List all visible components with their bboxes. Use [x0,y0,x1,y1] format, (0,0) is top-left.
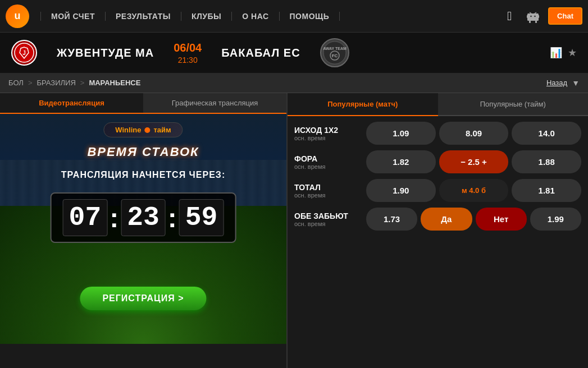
winline-dot [144,127,150,133]
svg-point-4 [530,15,531,16]
countdown-sep-2: : [166,203,179,233]
odds-row-iskhod: ИСХОД 1X2 осн. время 1.09 8.09 14.0 [294,122,581,145]
winline-suffix: тайм [153,126,171,134]
svg-rect-0 [529,21,531,23]
vremya-stavok-text: ВРЕМЯ СТАВОК [87,145,199,159]
svg-rect-1 [535,21,537,23]
video-area: Winline тайм ВРЕМЯ СТАВОК ТРАНСЛЯЦИЯ НАЧ… [0,114,286,344]
odds-label-fora-main: ФОРА [294,154,362,163]
odds-label-obe: ОБЕ ЗАБЬЮТ осн. время [294,211,362,227]
odds-label-iskhod-sub: осн. время [294,135,362,141]
countdown-block: 07 : 23 : 59 [51,192,236,243]
team-right-name: БАКАБАЛ ЕС [221,47,300,59]
odds-row-total: ТОТАЛ осн. время 1.90 м 4.0 б 1.81 [294,179,581,202]
odds-row-fora: ФОРА осн. время 1.82 − 2.5 + 1.88 [294,150,581,173]
tab-video[interactable]: Видеотрансляция [0,93,143,114]
svg-rect-3 [538,15,539,18]
odds-btn-fora-2[interactable]: 1.88 [512,150,581,173]
odds-btn-total-b[interactable]: 1.81 [512,179,581,202]
team-left-logo: J [11,40,37,66]
odds-row-obe: ОБЕ ЗАБЬЮТ осн. время 1.73 Да Нет 1.99 [294,208,581,231]
left-tabs-bar: Видеотрансляция Графическая трансляция [0,93,286,114]
svg-text:FC: FC [331,53,338,58]
odds-btn-total-center[interactable]: м 4.0 б [439,179,509,202]
svg-point-8 [323,42,346,64]
breadcrumb: БОЛ > БРАЗИЛИЯ > МАРАНЬЕНСЕ Назад ▼ [0,73,588,93]
odds-btn-fora-1[interactable]: 1.82 [366,150,436,173]
main-content: Видеотрансляция Графическая трансляция W… [0,93,588,368]
chevron-down-icon[interactable]: ▼ [572,79,580,88]
back-button[interactable]: Назад [546,79,567,87]
svg-rect-2 [527,15,528,18]
nav-help[interactable]: ПОМОЩЬ [280,12,340,21]
apple-icon[interactable]:  [501,8,518,25]
odds-buttons-obe: 1.73 Да Нет 1.99 [366,208,581,231]
odds-buttons-total: 1.90 м 4.0 б 1.81 [366,179,581,202]
countdown-minutes: 23 [121,199,166,236]
top-navigation: u МОЙ СЧЕТ РЕЗУЛЬТАТЫ КЛУБЫ О НАС ПОМОЩЬ… [0,0,588,33]
match-icons: 📊 ★ [550,47,577,59]
odds-tabs: Популярные (матч) Популярные (тайм) [288,93,588,116]
odds-label-total: ТОТАЛ осн. время [294,183,362,199]
breadcrumb-country[interactable]: БРАЗИЛИЯ [37,79,75,87]
odds-label-fora-sub: осн. время [294,163,362,170]
team-right-logo: AWAY TEAM FC [320,38,349,67]
android-icon[interactable] [525,8,541,25]
breadcrumb-league[interactable]: МАРАНЬЕНСЕ [89,79,140,87]
svg-point-5 [534,15,535,16]
odds-btn-obe-net[interactable]: Нет [476,208,527,231]
odds-btn-obe-2[interactable]: 1.99 [530,208,581,231]
svg-text:AWAY TEAM: AWAY TEAM [323,47,347,50]
odds-btn-fora-center[interactable]: − 2.5 + [439,150,509,173]
odds-btn-iskhod-2[interactable]: 14.0 [512,122,581,145]
winline-logo: Winline тайм [103,122,183,137]
left-panel: Видеотрансляция Графическая трансляция W… [0,93,286,368]
odds-buttons-fora: 1.82 − 2.5 + 1.88 [366,150,581,173]
tab-popular-match[interactable]: Популярные (матч) [288,93,438,116]
odds-btn-total-m[interactable]: 1.90 [366,179,436,202]
odds-label-iskhod-main: ИСХОД 1X2 [294,126,362,135]
right-panel: Популярные (матч) Популярные (тайм) ИСХО… [286,93,588,368]
countdown-sep-1: : [107,203,121,233]
winline-text: Winline [115,126,141,134]
translyaciya-text: ТРАНСЛЯЦИЯ НАЧНЕТСЯ ЧЕРЕЗ: [61,170,225,180]
favorite-icon[interactable]: ★ [568,47,577,59]
odds-btn-iskhod-1[interactable]: 1.09 [366,122,436,145]
odds-label-obe-sub: осн. время [294,220,362,227]
match-time: 21:30 [178,56,198,65]
odds-label-obe-main: ОБЕ ЗАБЬЮТ [294,211,362,220]
stats-icon[interactable]: 📊 [550,47,562,59]
odds-btn-obe-da[interactable]: Да [421,208,472,231]
breadcrumb-sport[interactable]: БОЛ [8,79,24,87]
odds-btn-iskhod-x[interactable]: 8.09 [439,122,509,145]
tab-graphic[interactable]: Графическая трансляция [143,93,286,113]
svg-text:J: J [22,50,26,56]
countdown-seconds: 59 [179,199,224,236]
odds-btn-obe-1[interactable]: 1.73 [366,208,417,231]
nav-clubs[interactable]: КЛУБЫ [181,12,232,21]
odds-buttons-iskhod: 1.09 8.09 14.0 [366,122,581,145]
odds-label-total-main: ТОТАЛ [294,183,362,192]
odds-label-fora: ФОРА осн. время [294,154,362,170]
odds-label-total-sub: осн. время [294,192,362,199]
breadcrumb-back: Назад ▼ [546,79,580,88]
match-header: J ЖУВЕНТУДЕ МА 06/04 21:30 БАКАБАЛ ЕС AW… [0,33,588,73]
match-date: 06/04 [174,42,202,54]
match-score-block: 06/04 21:30 [174,42,202,65]
nav-results[interactable]: РЕЗУЛЬТАТЫ [106,12,181,21]
odds-label-iskhod: ИСХОД 1X2 осн. время [294,126,362,141]
nav-my-account[interactable]: МОЙ СЧЕТ [40,12,106,21]
nav-menu: МОЙ СЧЕТ РЕЗУЛЬТАТЫ КЛУБЫ О НАС ПОМОЩЬ [40,12,501,21]
site-logo[interactable]: u [6,4,29,28]
team-left-name: ЖУВЕНТУДЕ МА [57,47,154,59]
breadcrumb-sep-2: > [80,79,85,87]
chat-button[interactable]: Chat [548,7,582,25]
tab-popular-half[interactable]: Популярные (тайм) [438,93,589,116]
odds-content: ИСХОД 1X2 осн. время 1.09 8.09 14.0 ФОРА… [288,116,588,236]
registration-button[interactable]: РЕГИСТРАЦИЯ > [80,287,206,310]
breadcrumb-sep-1: > [28,79,33,87]
nav-right-icons:  Chat [501,7,582,25]
nav-about[interactable]: О НАС [232,12,279,21]
countdown-hours: 07 [63,199,108,236]
